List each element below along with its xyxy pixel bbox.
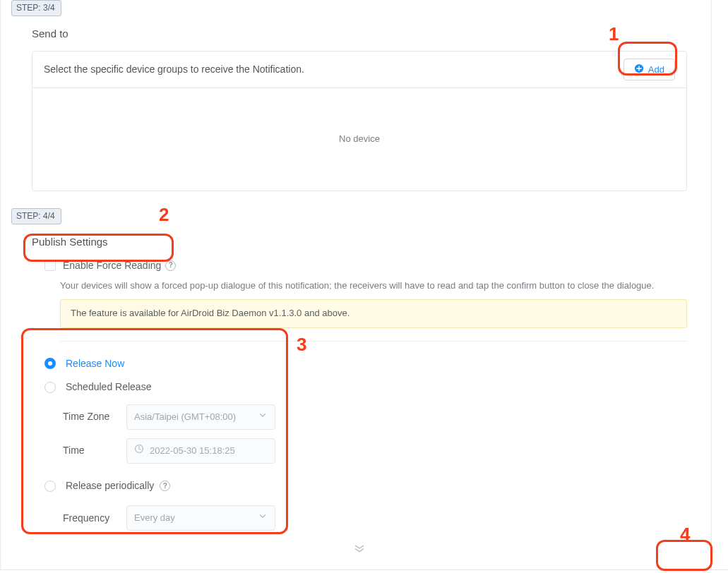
feature-notice: The feature is available for AirDroid Bi…	[60, 299, 687, 327]
no-device-text: No device	[339, 133, 380, 145]
step-badge-3: STEP: 3/4	[11, 0, 61, 16]
annotation-number-3: 3	[297, 332, 306, 357]
footer-actions: Cancel Publish	[0, 569, 728, 573]
help-icon[interactable]: ?	[165, 260, 176, 271]
annotation-box-3	[21, 328, 288, 534]
device-groups-instruction: Select the specific device groups to rec…	[44, 63, 623, 77]
device-groups-card-header: Select the specific device groups to rec…	[32, 52, 686, 88]
annotation-box-4	[656, 540, 712, 571]
annotation-number-2: 2	[159, 202, 169, 227]
left-shadow	[0, 0, 1, 573]
annotation-number-1: 1	[609, 21, 619, 47]
annotation-box-2	[23, 234, 174, 262]
annotation-box-1	[618, 42, 677, 76]
right-shadow	[710, 0, 712, 573]
page-shell: STEP: 3/4 Send to Select the specific de…	[0, 0, 728, 573]
step-badge-4: STEP: 4/4	[11, 208, 61, 224]
expand-chevrons[interactable]	[32, 541, 687, 556]
device-groups-card: Select the specific device groups to rec…	[32, 51, 687, 191]
device-groups-card-body: No device	[32, 88, 686, 191]
force-reading-description: Your devices will show a forced pop-up d…	[60, 279, 687, 292]
